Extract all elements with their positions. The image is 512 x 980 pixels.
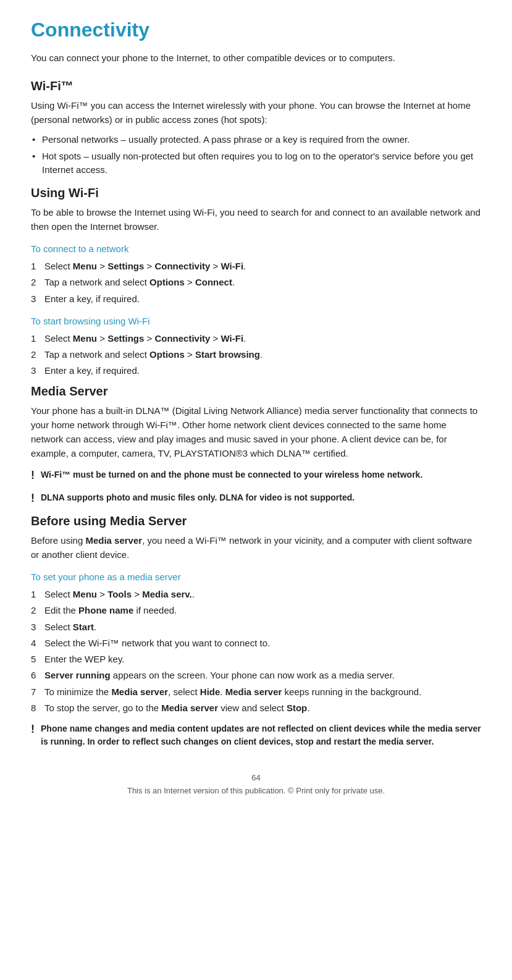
using-wifi-section: Using Wi-Fi To be able to browse the Int… — [31, 186, 481, 378]
note-icon-3: ! — [31, 721, 35, 738]
connect-network-heading: To connect to a network — [31, 243, 481, 254]
set-phone-heading: To set your phone as a media server — [31, 572, 481, 582]
note-text-1: Wi-Fi™ must be turned on and the phone m… — [41, 468, 422, 481]
step-item: 3 Enter a key, if required. — [31, 363, 481, 378]
before-media-body: Before using Media server, you need a Wi… — [31, 533, 481, 562]
step-item: 5 Enter the WEP key. — [31, 652, 481, 666]
page-number: 64 — [31, 773, 481, 782]
intro-text: You can connect your phone to the Intern… — [31, 51, 481, 65]
before-media-section: Before using Media Server Before using M… — [31, 514, 481, 749]
note-icon-1: ! — [31, 467, 35, 484]
step-item: 6 Server running appears on the screen. … — [31, 668, 481, 682]
step-item: 2 Tap a network and select Options > Sta… — [31, 347, 481, 361]
note-block-2: ! DLNA supports photo and music files on… — [31, 491, 481, 507]
step-item: 7 To minimize the Media server, select H… — [31, 685, 481, 699]
footer-text: This is an Internet version of this publ… — [31, 786, 481, 795]
browse-wifi-heading: To start browsing using Wi-Fi — [31, 316, 481, 326]
using-wifi-body: To be able to browse the Internet using … — [31, 205, 481, 234]
list-item: Hot spots – usually non-protected but of… — [31, 150, 481, 177]
set-phone-steps: 1 Select Menu > Tools > Media serv.. 2 E… — [31, 587, 481, 715]
wifi-bullet-list: Personal networks – usually protected. A… — [31, 133, 481, 177]
note-block-3: ! Phone name changes and media content u… — [31, 722, 481, 748]
note-text-3: Phone name changes and media content upd… — [41, 722, 481, 748]
step-item: 4 Select the Wi-Fi™ network that you wan… — [31, 636, 481, 650]
media-server-body: Your phone has a built-in DLNA™ (Digital… — [31, 403, 481, 461]
page-footer: 64 This is an Internet version of this p… — [31, 773, 481, 795]
step-item: 1 Select Menu > Tools > Media serv.. — [31, 587, 481, 601]
media-server-heading: Media Server — [31, 384, 481, 399]
page-title: Connectivity — [31, 19, 481, 41]
browse-wifi-steps: 1 Select Menu > Settings > Connectivity … — [31, 331, 481, 378]
step-item: 8 To stop the server, go to the Media se… — [31, 701, 481, 715]
step-item: 2 Edit the Phone name if needed. — [31, 603, 481, 617]
connect-network-steps: 1 Select Menu > Settings > Connectivity … — [31, 259, 481, 306]
wifi-section: Wi-Fi™ Using Wi-Fi™ you can access the I… — [31, 79, 481, 177]
note-text-2: DLNA supports photo and music files only… — [41, 491, 355, 504]
step-item: 3 Enter a key, if required. — [31, 292, 481, 306]
before-media-heading: Before using Media Server — [31, 514, 481, 528]
step-item: 2 Tap a network and select Options > Con… — [31, 275, 481, 289]
wifi-heading: Wi-Fi™ — [31, 79, 481, 93]
step-item: 3 Select Start. — [31, 620, 481, 634]
media-server-section: Media Server Your phone has a built-in D… — [31, 384, 481, 507]
step-item: 1 Select Menu > Settings > Connectivity … — [31, 331, 481, 345]
list-item: Personal networks – usually protected. A… — [31, 133, 481, 147]
wifi-body: Using Wi-Fi™ you can access the Internet… — [31, 98, 481, 127]
note-icon-2: ! — [31, 490, 35, 507]
note-block-1: ! Wi-Fi™ must be turned on and the phone… — [31, 468, 481, 484]
step-item: 1 Select Menu > Settings > Connectivity … — [31, 259, 481, 273]
using-wifi-heading: Using Wi-Fi — [31, 186, 481, 200]
